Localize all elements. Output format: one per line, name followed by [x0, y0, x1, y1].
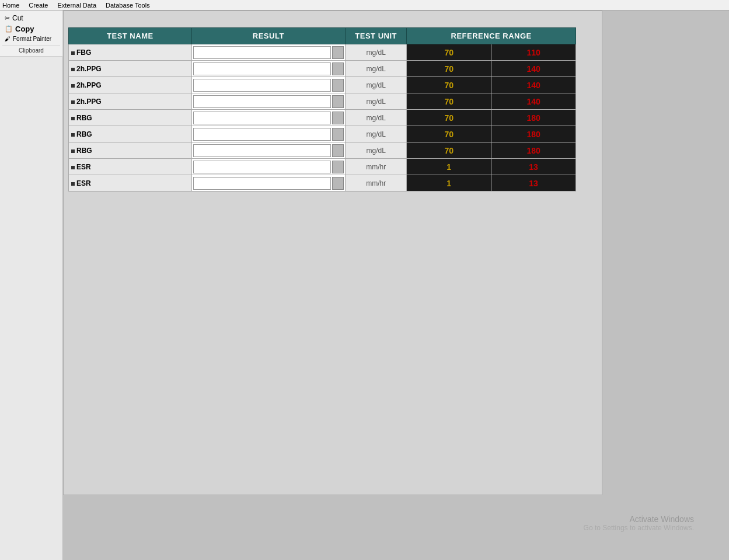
result-dropdown-btn[interactable] [332, 128, 344, 141]
format-painter-button[interactable]: 🖌 Format Painter [2, 34, 60, 43]
result-dropdown-btn[interactable] [332, 177, 344, 190]
sidebar: Objects order_tbl collect_sub_frm [0, 11, 63, 560]
table-row: ESR mm/hr113 [69, 159, 576, 175]
cell-test-name: ESR [69, 175, 192, 192]
menu-external-data[interactable]: External Data [57, 2, 96, 9]
cut-button[interactable]: ✂ Cut [2, 13, 60, 23]
menu-home[interactable]: Home [2, 2, 19, 9]
result-input[interactable] [193, 128, 331, 141]
cell-ref-high: 180 [491, 142, 576, 159]
result-input[interactable] [193, 161, 331, 173]
cell-ref-low: 70 [407, 93, 491, 110]
cell-test-name: 2h.PPG [69, 61, 192, 77]
cell-test-name: RBG [69, 110, 192, 126]
cell-unit: mg/dL [345, 61, 406, 77]
cell-ref-high: 110 [491, 44, 576, 61]
table-row: RBG mg/dL70180 [69, 126, 576, 142]
cell-unit: mg/dL [345, 44, 406, 61]
result-input[interactable] [193, 177, 331, 190]
cell-unit: mg/dL [345, 126, 406, 142]
data-table: TEST NAME RESULT TEST UNIT REFERENCE RAN… [68, 27, 576, 192]
result-input[interactable] [193, 46, 331, 59]
cell-unit: mg/dL [345, 93, 406, 110]
menu-bar: Home Create External Data Database Tools [0, 0, 729, 11]
table-row: 2h.PPG mg/dL70140 [69, 77, 576, 93]
cell-ref-high: 180 [491, 126, 576, 142]
cell-test-name: FBG [69, 44, 192, 61]
cell-result[interactable] [191, 77, 345, 93]
cell-test-name: RBG [69, 126, 192, 142]
activate-windows-line2: Go to Settings to activate Windows. [584, 524, 694, 532]
menu-create[interactable]: Create [29, 2, 48, 9]
result-input[interactable] [193, 79, 331, 92]
table-row: ESR mm/hr113 [69, 175, 576, 192]
result-dropdown-btn[interactable] [332, 79, 344, 92]
cell-result[interactable] [191, 175, 345, 192]
copy-button[interactable]: 📋 Copy [2, 23, 60, 34]
cell-ref-low: 1 [407, 175, 491, 192]
result-dropdown-btn[interactable] [332, 62, 344, 75]
cell-ref-low: 1 [407, 159, 491, 175]
result-input[interactable] [193, 62, 331, 75]
cell-ref-high: 180 [491, 110, 576, 126]
format-icon: 🖌 [5, 36, 11, 42]
cell-unit: mg/dL [345, 77, 406, 93]
table-row: RBG mg/dL70180 [69, 110, 576, 126]
cell-ref-high: 140 [491, 77, 576, 93]
clipboard-label: Clipboard [2, 46, 60, 54]
cell-ref-low: 70 [407, 61, 491, 77]
cell-ref-low: 70 [407, 44, 491, 61]
cell-unit: mm/hr [345, 159, 406, 175]
table-row: FBG mg/dL70110 [69, 44, 576, 61]
result-dropdown-btn[interactable] [332, 46, 344, 59]
activate-windows-line1: Activate Windows [584, 514, 694, 524]
copy-icon: 📋 [5, 25, 13, 33]
menu-database-tools[interactable]: Database Tools [106, 2, 150, 9]
cell-ref-low: 70 [407, 77, 491, 93]
result-input[interactable] [193, 144, 331, 157]
cell-result[interactable] [191, 110, 345, 126]
cell-result[interactable] [191, 93, 345, 110]
cell-result[interactable] [191, 44, 345, 61]
cell-result[interactable] [191, 61, 345, 77]
cell-ref-low: 70 [407, 126, 491, 142]
result-dropdown-btn[interactable] [332, 161, 344, 173]
table-row: RBG mg/dL70180 [69, 142, 576, 159]
cell-result[interactable] [191, 126, 345, 142]
cut-icon: ✂ [5, 15, 10, 22]
cell-ref-high: 140 [491, 93, 576, 110]
header-test-name: TEST NAME [69, 28, 192, 44]
header-reference-range: REFERENCE RANGE [407, 28, 576, 44]
cell-test-name: ESR [69, 159, 192, 175]
cell-ref-low: 70 [407, 110, 491, 126]
cell-ref-high: 13 [491, 159, 576, 175]
table-container: TEST NAME RESULT TEST UNIT REFERENCE RAN… [68, 27, 576, 192]
cell-test-name: 2h.PPG [69, 93, 192, 110]
format-label: Format Painter [13, 36, 51, 42]
result-input[interactable] [193, 95, 331, 108]
header-result: RESULT [191, 28, 345, 44]
cell-ref-low: 70 [407, 142, 491, 159]
table-row: 2h.PPG mg/dL70140 [69, 61, 576, 77]
cell-ref-high: 13 [491, 175, 576, 192]
cell-unit: mg/dL [345, 142, 406, 159]
main-content: TEST NAME RESULT TEST UNIT REFERENCE RAN… [63, 11, 602, 495]
cut-label: Cut [12, 14, 23, 22]
header-test-unit: TEST UNIT [345, 28, 406, 44]
copy-label: Copy [15, 25, 34, 33]
table-row: 2h.PPG mg/dL70140 [69, 93, 576, 110]
cell-unit: mg/dL [345, 110, 406, 126]
cell-result[interactable] [191, 142, 345, 159]
result-dropdown-btn[interactable] [332, 144, 344, 157]
cell-test-name: 2h.PPG [69, 77, 192, 93]
result-input[interactable] [193, 112, 331, 124]
cell-test-name: RBG [69, 142, 192, 159]
activate-windows-text: Activate Windows Go to Settings to activ… [584, 514, 694, 532]
result-dropdown-btn[interactable] [332, 95, 344, 108]
cell-ref-high: 140 [491, 61, 576, 77]
cell-result[interactable] [191, 159, 345, 175]
result-dropdown-btn[interactable] [332, 112, 344, 124]
cell-unit: mm/hr [345, 175, 406, 192]
